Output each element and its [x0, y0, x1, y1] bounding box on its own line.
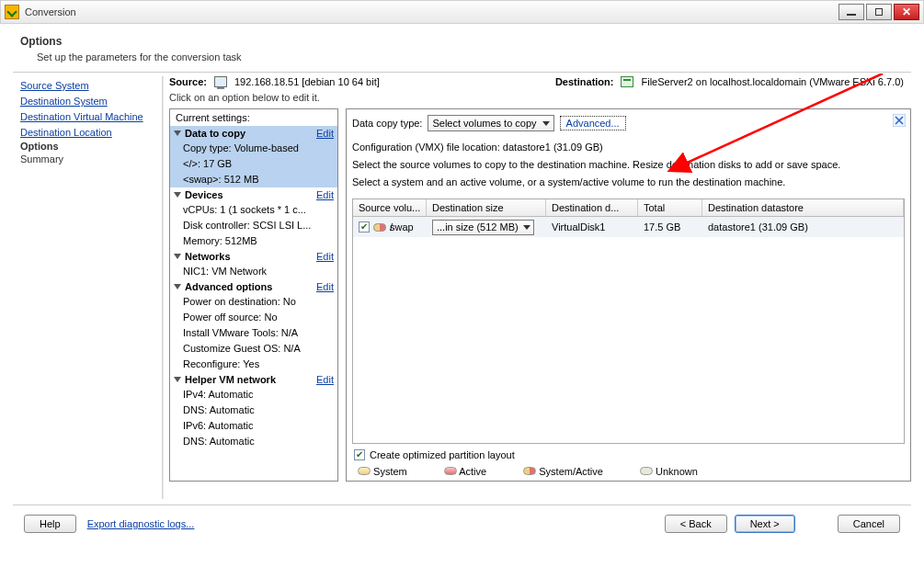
section-devices[interactable]: Devices Edit: [170, 187, 337, 202]
setting-line: Reconfigure: Yes: [183, 357, 334, 372]
chevron-down-icon: [174, 284, 181, 289]
chevron-down-icon: [174, 130, 181, 136]
legend-unknown-icon: [640, 467, 653, 475]
step-source-system[interactable]: Source System: [20, 78, 154, 94]
source-label: Source:: [169, 76, 207, 87]
legend: System Active System/Active Unknown: [352, 466, 905, 477]
desc-line: Select a system and an active volume, or…: [352, 176, 905, 189]
chevron-down-icon: [174, 254, 181, 259]
data-copy-type-label: Data copy type:: [352, 118, 422, 129]
current-settings-caption: Current settings:: [170, 109, 337, 126]
volumes-table: Source volu... Destination size Destinat…: [352, 198, 905, 444]
setting-line: <swap>: 512 MB: [183, 172, 334, 187]
section-helper-vm-network[interactable]: Helper VM network Edit: [170, 372, 337, 387]
current-settings-panel: Current settings: Data to copy Edit Copy…: [169, 108, 338, 482]
edit-networks[interactable]: Edit: [316, 251, 334, 262]
settings-scroll[interactable]: Data to copy Edit Copy type: Volume-base…: [170, 126, 337, 481]
titlebar: Conversion ✕: [0, 0, 924, 24]
optimized-layout-checkbox[interactable]: [354, 449, 365, 460]
legend-active-icon: [444, 467, 457, 475]
setting-line: Disk controller: SCSI LSI L...: [183, 218, 334, 233]
next-button[interactable]: Next >: [735, 515, 795, 533]
edit-devices[interactable]: Edit: [316, 189, 334, 200]
chevron-down-icon: [174, 192, 181, 198]
page-title: Options: [20, 35, 911, 48]
step-destination-system[interactable]: Destination System: [20, 94, 154, 109]
legend-system-active-icon: [523, 467, 536, 475]
destination-label: Destination:: [555, 76, 614, 87]
setting-line: Install VMware Tools: N/A: [183, 325, 334, 341]
computer-icon: [214, 76, 227, 87]
volume-checkbox[interactable]: [359, 221, 370, 232]
advanced-button[interactable]: Advanced...: [560, 116, 626, 130]
editor-panel: Data copy type: Select volumes to copy A…: [346, 108, 911, 482]
step-summary: Summary: [20, 152, 154, 167]
step-destination-location[interactable]: Destination Location: [20, 125, 154, 141]
legend-system-icon: [358, 467, 371, 475]
wizard-steps: Source System Destination System Destina…: [13, 73, 162, 505]
destination-size-select[interactable]: ...in size (512 MB): [432, 220, 534, 235]
export-logs-link[interactable]: Export diagnostic logs...: [87, 518, 195, 529]
col-source-volume[interactable]: Source volu...: [353, 199, 427, 216]
step-options: Options: [20, 141, 59, 152]
maximize-button[interactable]: [866, 4, 892, 20]
setting-line: Power on destination: No: [183, 294, 334, 310]
page-subtitle: Set up the parameters for the conversion…: [37, 51, 911, 62]
edit-advanced-options[interactable]: Edit: [316, 281, 334, 292]
col-destination-size[interactable]: Destination size: [427, 199, 546, 216]
setting-line: Customize Guest OS: N/A: [183, 341, 334, 357]
setting-line: DNS: Automatic: [183, 403, 334, 418]
help-button[interactable]: Help: [24, 515, 76, 533]
setting-line: vCPUs: 1 (1 sockets * 1 c...: [183, 202, 334, 218]
chevron-down-icon: [174, 377, 181, 382]
panel-close-icon[interactable]: [892, 113, 907, 128]
data-copy-type-select[interactable]: Select volumes to copy: [428, 115, 553, 131]
click-hint: Click on an option below to edit it.: [169, 92, 911, 103]
section-networks[interactable]: Networks Edit: [170, 249, 337, 264]
optimized-layout-label: Create optimized partition layout: [370, 449, 515, 460]
source-value: 192.168.18.51 [debian 10 64 bit]: [234, 76, 380, 87]
destination-value: FileServer2 on localhost.localdomain (VM…: [641, 76, 904, 87]
step-destination-vm[interactable]: Destination Virtual Machine: [20, 109, 154, 125]
edit-helper-vm[interactable]: Edit: [316, 374, 334, 385]
edit-data-to-copy[interactable]: Edit: [316, 128, 334, 139]
back-button[interactable]: < Back: [665, 515, 727, 533]
desc-line: Select the source volumes to copy to the…: [352, 158, 905, 172]
app-icon: [5, 5, 19, 19]
setting-line: NIC1: VM Network: [183, 264, 334, 279]
vmx-location: Configuration (VMX) file location: datas…: [352, 141, 905, 154]
section-advanced-options[interactable]: Advanced options Edit: [170, 279, 337, 294]
cancel-button[interactable]: Cancel: [838, 515, 900, 533]
setting-line: Power off source: No: [183, 310, 334, 325]
server-icon: [621, 76, 633, 87]
setting-line: DNS: Automatic: [183, 434, 334, 449]
window-title: Conversion: [25, 6, 76, 17]
minimize-button[interactable]: [838, 4, 864, 20]
footer: Help Export diagnostic logs... < Back Ne…: [13, 505, 911, 533]
close-button[interactable]: ✕: [894, 4, 919, 20]
setting-line: </>: 17 GB: [183, 156, 334, 172]
disk-icon: [373, 223, 386, 232]
setting-line: IPv4: Automatic: [183, 387, 334, 403]
vertical-divider: [162, 76, 164, 499]
setting-line: IPv6: Automatic: [183, 418, 334, 434]
section-data-to-copy[interactable]: Data to copy Edit: [170, 126, 337, 141]
setting-line: Copy type: Volume-based: [183, 141, 334, 156]
setting-line: Memory: 512MB: [183, 233, 334, 249]
